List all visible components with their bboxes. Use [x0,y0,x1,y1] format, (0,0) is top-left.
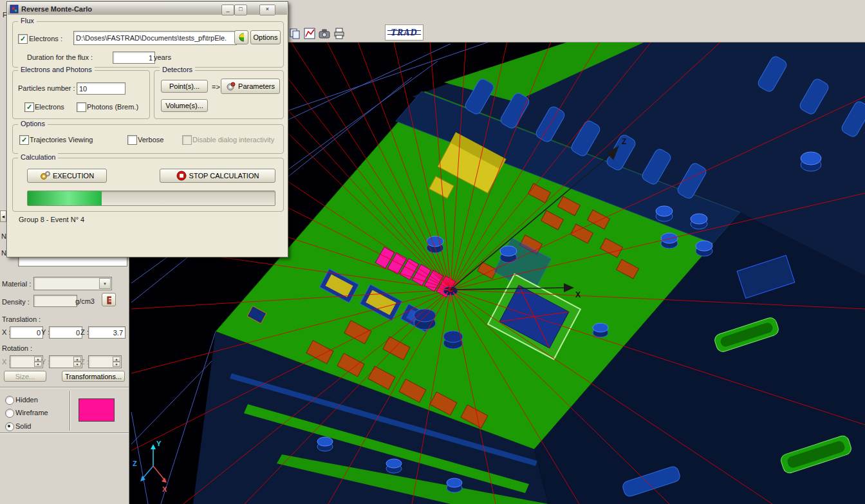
status-text: Group 8 - Event N° 4 [19,216,84,223]
flux-group-label: Flux [18,17,37,24]
maximize-button[interactable]: □ [234,5,247,15]
photons-checkbox-label: Photons (Brem.) [87,103,138,111]
volumes-button[interactable]: Volume(s)... [161,99,208,112]
calculation-group: Calculation EXECUTION STOP CALCULATION [12,158,284,212]
stop-calculation-button[interactable]: STOP CALCULATION [160,169,275,183]
flux-options-button[interactable]: Options [250,30,281,44]
camera-icon[interactable] [317,27,331,41]
collapse-panel-button[interactable]: ◄ [0,210,6,222]
flux-group: Flux ✓ Electrons : D:\Doses\FASTRAD\Docu… [12,21,284,68]
electrons-checkbox-label: Electrons [35,103,64,111]
duration-label: Duration for the flux : [27,53,93,61]
stop-icon [176,171,187,181]
progress-fill [28,191,102,205]
translation-label: Translation : [2,315,41,323]
duration-unit: years [154,53,171,61]
printer-icon[interactable] [332,27,346,41]
electrons-flux-label: Electrons : [29,35,62,42]
electrons-photons-group-label: Electrons and Photons [18,66,95,73]
rotation-x-stepper[interactable]: ▲▼ [10,355,43,368]
calculation-progress-bar [27,191,275,206]
disable-interactivity-checkbox[interactable]: ✓ [182,135,192,145]
electrons-checkbox[interactable]: ✓ [24,102,34,112]
reverse-monte-carlo-dialog: Reverse Monte-Carlo _ □ × Flux ✓ Electro… [6,1,288,257]
arrow-label: => [212,83,220,91]
radio-wireframe[interactable] [5,409,14,418]
trajectories-label: Trajectories Viewing [30,136,93,144]
fastrad-app-window: Z X Y Z X File [0,0,865,504]
flux-path-input[interactable]: D:\Doses\FASTRAD\Documents\tests_pf\trpE… [73,31,237,45]
triad-y-label: Y [156,440,162,447]
trajectories-checkbox[interactable]: ✓ [19,135,29,145]
options-group: Options ✓ Trajectories Viewing ✓ Verbose… [12,124,284,154]
radio-hidden[interactable] [5,396,14,405]
triad-z-label: Z [133,460,137,467]
material-select[interactable]: ▼ [33,277,112,290]
points-button[interactable]: Point(s)... [161,80,208,93]
radio-wireframe-label: Wireframe [15,409,48,416]
radio-solid-label: Solid [15,422,31,430]
execution-gears-icon [40,171,50,181]
particles-number-input[interactable]: 10 [77,82,126,95]
close-button[interactable]: × [259,5,275,15]
dose-chart-icon[interactable] [302,27,317,41]
radio-hidden-label: Hidden [15,396,38,404]
divider [0,387,129,388]
particles-number-label: Particles number : [18,84,75,92]
parameters-gear-icon [226,82,236,91]
photons-checkbox[interactable]: ✓ [77,102,86,112]
electrons-photons-group: Electrons and Photons Particles number :… [12,70,150,119]
translation-x-input[interactable]: 0 [10,326,43,339]
radio-solid[interactable] [5,422,14,431]
translation-z-input[interactable]: 3.7 [88,326,126,339]
rotation-y-stepper[interactable]: ▲▼ [49,355,82,368]
divider [0,433,129,434]
material-label: Material : [2,280,31,288]
scene-x-label: X [575,290,581,299]
material-database-icon[interactable] [102,293,116,306]
detectors-group-label: Detectors [160,66,195,73]
calculation-group-label: Calculation [18,153,58,161]
copy-icon[interactable] [288,27,302,41]
density-unit: g/cm3 [75,297,95,305]
flux-file-icon[interactable] [234,30,248,44]
density-input[interactable] [33,295,77,307]
electrons-flux-checkbox[interactable]: ✓ [18,34,28,44]
trad-logo-button[interactable]: TRAD [385,24,423,41]
chevron-down-icon[interactable]: ▼ [99,278,111,289]
rotation-label: Rotation : [2,344,32,352]
trad-logo-text: TRAD [391,28,417,38]
rotation-z-label: Z : [80,358,89,366]
verbose-label: Verbose [138,136,163,144]
execution-button[interactable]: EXECUTION [27,169,107,183]
transformations-button[interactable]: Transformations... [62,371,125,382]
size-button[interactable]: Size... [4,371,46,382]
minimize-button[interactable]: _ [221,5,234,15]
density-label: Density : [2,298,30,306]
divider [70,391,71,431]
rotation-z-stepper[interactable]: ▲▼ [88,355,122,368]
translation-z-label: Z : [80,328,89,336]
dialog-title: Reverse Monte-Carlo [21,5,92,13]
scene-z-label: Z [622,137,626,146]
triad-x-label: X [162,485,167,493]
verbose-checkbox[interactable]: ✓ [127,135,137,145]
translation-y-input[interactable]: 0 [49,326,82,339]
duration-input[interactable]: 1 [113,51,155,64]
options-group-label: Options [18,120,48,127]
disable-interactivity-label: Disable dialog interactivity [192,136,274,144]
detectors-group: Detectors Point(s)... => Parameters Volu… [154,70,284,119]
dialog-icon [10,5,19,14]
dialog-titlebar[interactable]: Reverse Monte-Carlo _ □ × [8,3,287,15]
color-swatch[interactable] [79,398,115,422]
parameters-button[interactable]: Parameters [221,79,280,94]
